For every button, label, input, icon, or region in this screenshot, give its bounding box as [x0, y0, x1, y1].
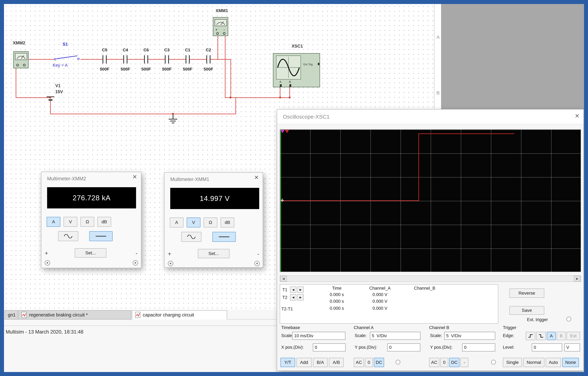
timebase-add-button[interactable]: Add [296, 358, 312, 367]
channel-a-radio[interactable] [396, 360, 400, 365]
channel-a-ypos-input[interactable] [387, 344, 420, 351]
close-icon[interactable]: × [575, 112, 579, 119]
scope-screen[interactable] [280, 129, 581, 272]
set-button[interactable]: Set... [198, 249, 229, 258]
timebase-ab-button[interactable]: A/B [329, 358, 344, 367]
timebase-xpos-input[interactable] [313, 344, 346, 351]
switch-contact[interactable] [77, 58, 80, 60]
channel-a-header: Channel A [354, 325, 374, 330]
ground-icon [169, 119, 177, 120]
channel-b-minus-button[interactable]: - [460, 358, 468, 367]
positive-terminal[interactable] [168, 261, 173, 266]
timebase-yt-button[interactable]: Y/T [280, 358, 295, 367]
negative-terminal[interactable] [133, 260, 138, 266]
capacitor-symbol[interactable] [165, 55, 169, 63]
trigger-level-label: Level: [503, 345, 514, 350]
t1-right-icon[interactable]: ▶ [297, 286, 304, 293]
rising-edge-icon[interactable] [526, 332, 535, 340]
xmm2-instrument-icon[interactable] [13, 51, 29, 68]
close-icon[interactable]: × [254, 174, 258, 181]
tab-capacitor-charging-circuit[interactable]: capacitor charging circuit [132, 310, 227, 320]
channel-a-zero-button[interactable]: 0 [365, 358, 373, 367]
set-button[interactable]: Set... [75, 248, 106, 258]
scope-mini-screen [276, 55, 301, 80]
battery-value: 15V [55, 89, 63, 94]
xmm1-instrument-icon[interactable]: + - [213, 17, 228, 36]
trigger-none-button[interactable]: None [562, 358, 579, 367]
xsc1-instrument-icon[interactable]: Ext Trig A B [273, 53, 320, 87]
reverse-button[interactable]: Reverse [509, 289, 544, 298]
channel-a-trace-high [418, 133, 514, 134]
ac-coupling-button[interactable] [58, 231, 78, 241]
trigger-normal-button[interactable]: Normal [523, 358, 545, 367]
trigger-source-a-button[interactable]: A [547, 332, 556, 340]
ground-icon [170, 121, 176, 121]
trigger-source-ext-button[interactable]: Ext [567, 332, 580, 340]
channel-a-ac-button[interactable]: AC [354, 358, 364, 367]
falling-edge-icon[interactable] [536, 332, 546, 340]
battery-plate-short [49, 99, 52, 101]
close-icon[interactable]: × [133, 173, 137, 180]
timebase-scale-label: Scale: [281, 333, 293, 338]
scroll-left-icon[interactable]: ◀ [280, 276, 287, 282]
t1-left-icon[interactable]: ◀ [290, 286, 296, 293]
negative-terminal[interactable] [254, 261, 260, 266]
cursor-marker-t1[interactable] [280, 130, 285, 133]
timebase-xpos-label: X pos.(Div): [281, 345, 304, 350]
scroll-right-icon[interactable]: ▶ [574, 276, 581, 282]
mode-button-voltage[interactable]: V [64, 217, 77, 227]
multisim-app: A B V1 15V S1 Key = A C5 C4 C6 C3 C1 C2 … [0, 0, 588, 376]
capacitor-symbol[interactable] [103, 55, 107, 63]
capacitor-symbol[interactable] [144, 55, 148, 63]
capacitor-symbol[interactable] [206, 55, 211, 63]
channel-b-ac-button[interactable]: AC [429, 358, 439, 367]
ext-trigger-label: Ext. trigger [527, 317, 548, 322]
switch-contact[interactable] [54, 58, 56, 60]
tab-regenerative-braking-circuit[interactable]: regenerative braking circuit * [18, 310, 131, 320]
ext-trigger-radio[interactable] [567, 317, 571, 321]
scope-scrollbar[interactable]: ◀ ▶ [280, 275, 581, 282]
mode-button-voltage[interactable]: V [187, 218, 200, 227]
wire-xmm1-left [217, 36, 218, 59]
timebase-ba-button[interactable]: B/A [313, 358, 328, 367]
titlebar[interactable]: Multimeter-XMM1 × [164, 173, 263, 186]
trigger-source-b-button[interactable]: B [557, 332, 566, 340]
mode-button-current[interactable]: A [170, 218, 183, 227]
channel-a-scale-input[interactable] [370, 332, 420, 340]
mode-button-resistance[interactable]: Ω [203, 218, 217, 227]
scope-terminal-b-label: B [289, 80, 291, 84]
channel-b-dc-button[interactable]: DC [449, 358, 460, 367]
titlebar[interactable]: Multimeter-XMM2 × [41, 172, 141, 185]
tab-design1[interactable]: gn1 [5, 310, 18, 320]
capacitor-value: 500F [180, 67, 196, 72]
t2-right-icon[interactable]: ▶ [297, 294, 304, 301]
titlebar[interactable]: Oscilloscope-XSC1 × [277, 109, 583, 124]
ac-coupling-button[interactable] [181, 232, 201, 242]
mode-button-db[interactable]: dB [97, 217, 111, 227]
trigger-level-input[interactable] [532, 344, 562, 351]
channel-b-scale-input[interactable] [444, 332, 495, 340]
mode-button-resistance[interactable]: Ω [80, 217, 94, 227]
terminal-pin [280, 84, 282, 87]
trigger-auto-button[interactable]: Auto [546, 358, 561, 367]
dc-coupling-button[interactable] [212, 232, 236, 242]
trigger-level-unit[interactable]: V [564, 344, 580, 351]
t2-t1-channel-a: 0.000 V [362, 306, 398, 311]
channel-a-dc-button[interactable]: DC [374, 358, 384, 367]
capacitor-ref: C2 [203, 48, 213, 52]
capacitor-symbol[interactable] [186, 55, 190, 63]
save-button[interactable]: Save [509, 306, 544, 315]
dc-coupling-button[interactable] [89, 231, 113, 241]
channel-b-ypos-input[interactable] [462, 344, 495, 351]
cursor-marker-t2[interactable] [285, 130, 289, 133]
positive-terminal[interactable] [45, 260, 50, 266]
channel-b-zero-button[interactable]: 0 [440, 358, 448, 367]
channel-b-radio[interactable] [491, 360, 496, 365]
mode-button-current[interactable]: A [47, 217, 60, 227]
mode-button-db[interactable]: dB [221, 218, 234, 227]
t2-left-icon[interactable]: ◀ [290, 294, 296, 301]
timebase-scale-input[interactable] [292, 332, 345, 340]
trace-origin-marker [280, 198, 284, 202]
capacitor-symbol[interactable] [123, 55, 128, 63]
trigger-single-button[interactable]: Single [503, 358, 522, 367]
